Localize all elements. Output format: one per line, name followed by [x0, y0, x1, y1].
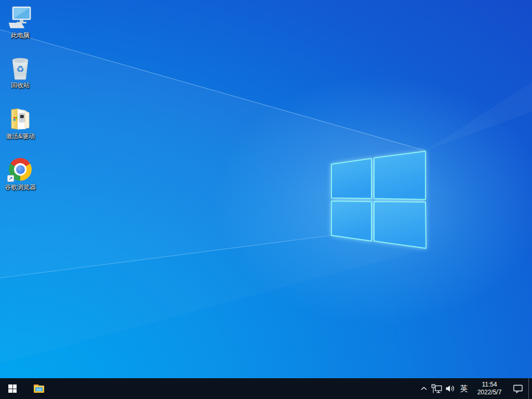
- system-tray: 英 11:54 2022/5/7: [418, 378, 532, 399]
- desktop-icon-recycle-bin[interactable]: ♻ 回收站: [0, 54, 41, 102]
- recycle-bin-icon: ♻: [8, 54, 32, 81]
- file-explorer-button[interactable]: [26, 378, 51, 399]
- chrome-blue-center: [16, 165, 25, 174]
- svg-text:♻: ♻: [16, 64, 24, 74]
- desktop-icon-label: 回收站: [11, 82, 30, 89]
- desktop-icon-label: 激活&驱动: [6, 133, 35, 140]
- show-desktop-button[interactable]: [528, 378, 532, 399]
- notification-bubble-icon: [513, 384, 523, 393]
- volume-button[interactable]: [443, 378, 457, 399]
- flag-pane-bottom-right: [374, 202, 426, 248]
- taskbar: 英 11:54 2022/5/7: [0, 378, 532, 399]
- ethernet-network-icon: [431, 384, 442, 394]
- windows-logo-icon: [8, 384, 17, 393]
- wallpaper-light-rays-and-logo: [0, 0, 532, 399]
- desktop-icon-label: 谷歌浏览器: [5, 184, 36, 191]
- speaker-volume-icon: [445, 384, 455, 393]
- desktop-icon-this-pc[interactable]: 此电脑: [0, 4, 41, 52]
- clock-date: 2022/5/7: [477, 389, 502, 396]
- clock-time: 11:54: [482, 381, 497, 389]
- network-status-button[interactable]: [430, 378, 443, 399]
- open-folder-icon: [8, 105, 33, 132]
- flag-pane-top-right: [374, 151, 425, 200]
- language-indicator-button[interactable]: 英: [457, 378, 471, 399]
- file-explorer-folder-icon: [33, 383, 45, 394]
- wallpaper: [0, 0, 532, 399]
- flag-pane-bottom-left: [331, 201, 371, 241]
- flag-pane-top-left: [331, 158, 371, 198]
- action-center-button[interactable]: [508, 378, 528, 399]
- this-pc-icon: [7, 4, 33, 31]
- chevron-up-icon: [421, 387, 427, 391]
- desktop-icon-label: 此电脑: [11, 32, 30, 39]
- shortcut-arrow-badge: ↗: [7, 175, 14, 182]
- clock-button[interactable]: 11:54 2022/5/7: [471, 378, 508, 399]
- tray-expand-button[interactable]: [418, 378, 430, 399]
- start-button[interactable]: [0, 378, 25, 399]
- desktop-icon-google-chrome[interactable]: ↗ 谷歌浏览器: [0, 156, 41, 204]
- desktop-icon-activation-drivers[interactable]: 激活&驱动: [0, 105, 41, 153]
- chrome-icon: ↗: [9, 156, 32, 183]
- desktop: 此电脑 ♻ 回收站: [0, 0, 532, 399]
